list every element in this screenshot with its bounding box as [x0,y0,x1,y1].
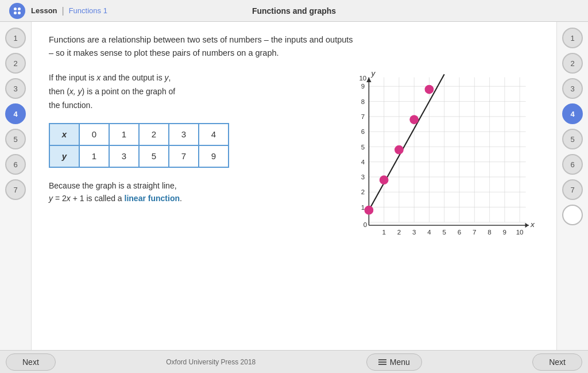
svg-text:6: 6 [361,129,365,136]
svg-text:10: 10 [516,229,524,236]
sidebar-right-item-7[interactable]: 7 [562,179,583,200]
var-xy: x, y [69,87,82,96]
sidebar-item-3[interactable]: 3 [5,78,26,99]
svg-text:7: 7 [473,229,476,236]
table-cell: 0 [79,124,109,145]
text-line1: If the input is x and the output is y, [49,73,171,82]
sidebar-right-item-4[interactable]: 4 [562,103,583,124]
header: Lesson | Functions 1 Functions and graph… [0,0,588,22]
content-area: Functions are a relationship between two… [32,22,556,350]
conclusion-line2: y = 2x + 1 is called a linear function. [49,194,182,203]
header-separator: | [62,6,64,16]
svg-point-49 [380,176,388,184]
menu-icon [378,359,386,365]
sidebar-right: 1 2 3 4 5 6 7 [556,22,588,350]
svg-text:8: 8 [361,98,365,105]
svg-text:9: 9 [503,229,506,236]
equation: y [49,194,53,203]
svg-text:7: 7 [361,113,365,120]
menu-button[interactable]: Menu [366,353,422,371]
svg-text:y: y [371,71,376,78]
sidebar-right-item-1[interactable]: 1 [562,28,583,48]
lesson-label: Lesson [31,6,57,15]
table-cell: 7 [169,145,199,167]
svg-text:4: 4 [361,159,365,166]
menu-line [378,359,386,360]
graph-container: 0 1 2 3 4 5 6 7 8 9 10 1 2 3 4 5 [355,71,539,252]
right-next-button[interactable]: Next [532,353,582,371]
page-title: Functions and graphs [252,6,336,16]
sidebar-left: 1 2 3 4 5 6 7 [0,22,32,350]
table-cell: 3 [109,145,139,167]
sidebar-right-item-5[interactable]: 5 [562,129,583,149]
table-cell: 2 [139,124,169,145]
svg-point-51 [410,116,419,124]
svg-marker-22 [525,223,529,228]
text-line2: then (x, y) is a point on the graph of [49,87,175,96]
menu-line [378,364,386,365]
svg-text:6: 6 [458,229,461,236]
svg-text:1: 1 [382,229,385,236]
svg-text:5: 5 [443,229,446,236]
sidebar-right-item-6[interactable]: 6 [562,154,583,175]
svg-text:3: 3 [361,174,365,180]
sidebar-item-7[interactable]: 7 [5,179,26,200]
logo [9,3,25,19]
content-body: If the input is x and the output is y, t… [49,71,539,252]
left-content: If the input is x and the output is y, t… [49,71,344,252]
table-cell: 9 [199,145,229,167]
main-container: 1 2 3 4 5 6 7 Functions are a relationsh… [0,22,588,350]
logo-dots [14,7,21,14]
logo-dot [18,7,21,10]
svg-point-52 [425,86,434,94]
function-table: x 0 1 2 3 4 y 1 3 5 7 9 [49,123,229,168]
sidebar-item-5[interactable]: 5 [5,129,26,149]
svg-text:2: 2 [361,189,365,196]
svg-text:3: 3 [412,229,416,236]
sidebar-right-extra [562,205,583,225]
svg-text:8: 8 [488,229,491,236]
table-cell: 1 [109,124,139,145]
svg-text:10: 10 [359,75,366,82]
left-next-button[interactable]: Next [6,353,56,371]
sidebar-right-item-3[interactable]: 3 [562,78,583,99]
equation-x: x [67,194,71,203]
table-header-row: x 0 1 2 3 4 [49,124,229,145]
table-cell: 3 [169,124,199,145]
text-line3: the function. [49,101,92,110]
conclusion-text: Because the graph is a straight line, y … [49,179,344,205]
sidebar-item-6[interactable]: 6 [5,154,26,175]
sidebar-right-item-2[interactable]: 2 [562,53,583,74]
menu-label: Menu [390,357,410,367]
svg-marker-23 [366,78,371,82]
var-x: x [96,73,100,82]
linear-function-highlight: linear function [125,194,180,203]
intro-text: Functions are a relationship between two… [49,33,359,60]
svg-point-50 [395,146,404,155]
sidebar-item-1[interactable]: 1 [5,28,26,48]
table-cell: 4 [199,124,229,145]
graph-svg: 0 1 2 3 4 5 6 7 8 9 10 1 2 3 4 5 [355,71,539,249]
table-header-y: y [49,145,79,167]
header-subtitle: Functions 1 [69,6,107,15]
svg-text:9: 9 [361,83,365,90]
svg-line-47 [369,75,444,210]
svg-point-48 [365,206,373,215]
sidebar-item-2[interactable]: 2 [5,53,26,74]
svg-text:x: x [530,220,535,229]
copyright: Oxford University Press 2018 [166,358,256,366]
menu-line [378,362,386,363]
input-output-text: If the input is x and the output is y, t… [49,71,344,112]
svg-text:4: 4 [427,229,431,236]
sidebar-item-4[interactable]: 4 [5,103,26,124]
footer: Next Oxford University Press 2018 Menu N… [0,350,588,373]
table-header-x: x [49,124,79,145]
table-data-row: y 1 3 5 7 9 [49,145,229,167]
svg-text:2: 2 [397,229,401,236]
logo-dot [14,7,17,10]
svg-text:1: 1 [361,204,365,211]
svg-text:0: 0 [363,221,367,228]
var-y: y [165,73,169,82]
logo-dot [18,11,21,14]
logo-dot [14,11,17,14]
